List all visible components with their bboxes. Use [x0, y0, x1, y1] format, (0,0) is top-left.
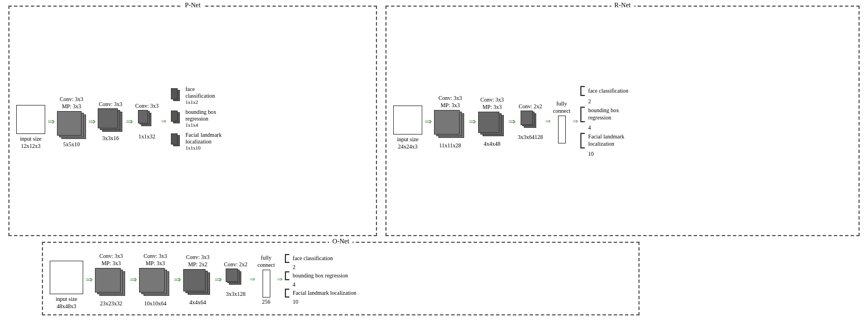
onet-arrow5: ⇒ [250, 275, 255, 284]
onet-out2-bracket [285, 271, 289, 280]
onet-fc-label: 256 [262, 299, 270, 305]
onet-conv1-stack [95, 268, 127, 299]
pnet-output-section: face classification 1x1x2 bounding box r… [171, 86, 222, 151]
onet-conv2-l1 [139, 268, 165, 293]
pnet-conv2-layer1 [98, 108, 118, 128]
rnet-conv1-info: Conv: 3x3 MP: 3x3 [438, 94, 462, 109]
onet-conv3-info: Conv: 3x3 MP: 2x2 [186, 253, 209, 268]
onet-conv3-stack [183, 269, 212, 298]
rnet-box: R-Net input size 24x24x3 ⇒ Conv: 3x3 MP:… [385, 6, 860, 236]
pnet-out2-stack [171, 111, 183, 126]
onet-box: O-Net input size 48x48x3 ⇒ Conv: 3x3 MP:… [42, 242, 640, 315]
rnet-fc-col: fully connect [553, 100, 570, 143]
rnet-input-label: input size 24x24x3 [397, 136, 419, 150]
rnet-arrow3: ⇒ [508, 116, 516, 127]
rnet-diagram: input size 24x24x3 ⇒ Conv: 3x3 MP: 3x3 1… [393, 86, 628, 157]
rnet-conv3-stack [521, 111, 541, 133]
pnet-conv3-stack [138, 110, 156, 132]
pnet-arrow3: ⇒ [126, 116, 133, 127]
pnet-conv2-stack [98, 108, 123, 134]
onet-out1-bracket [285, 254, 289, 263]
pnet-arrow2: ⇒ [88, 116, 96, 127]
rnet-arrow5: ⇒ [573, 117, 578, 126]
pnet-out3-layer1 [171, 133, 178, 145]
rnet-conv1-l1 [434, 110, 460, 135]
onet-conv1-l1 [95, 268, 121, 293]
pnet-conv2-info: Conv: 3x3 [99, 101, 122, 107]
pnet-conv1-label: 5x5x10 [63, 141, 80, 147]
onet-arrow6: ⇒ [277, 275, 283, 284]
onet-conv4-stack [226, 269, 246, 290]
onet-conv1-label: 23x23x32 [100, 300, 122, 306]
rnet-out3-label: Facial landmark localization [588, 133, 624, 147]
onet-arrow2: ⇒ [130, 274, 137, 285]
rnet-conv2-info: Conv: 3x3 MP: 3x3 [480, 96, 504, 111]
onet-conv4-info: Conv: 2x2 [224, 261, 247, 267]
top-row: P-Net input size 12x12x3 ⇒ Conv: 3x3 MP:… [8, 6, 860, 236]
rnet-arrow1: ⇒ [425, 116, 432, 127]
onet-input-box [50, 261, 83, 294]
rnet-arrow4: ⇒ [545, 117, 551, 126]
pnet-out2-label: bounding box regression 1x1x4 [185, 109, 216, 128]
onet-out3-label: Facial landmark localization [293, 290, 356, 296]
onet-arrow4: ⇒ [214, 274, 222, 285]
rnet-label: R-Net [611, 1, 634, 9]
pnet-conv1-layer1 [57, 111, 82, 136]
rnet-out1-label: face classification [588, 88, 628, 94]
pnet-conv3-layer1 [138, 110, 148, 123]
onet-fc-info: fully connect [257, 254, 275, 269]
onet-out2-num: 4 [285, 281, 356, 288]
pnet-diagram: input size 12x12x3 ⇒ Conv: 3x3 MP: 3x3 5… [16, 92, 222, 151]
onet-conv2-label: 10x10x64 [144, 300, 166, 306]
pnet-conv3-col: Conv: 3x3 1x1x32 [135, 103, 159, 140]
rnet-out1-num: 2 [580, 98, 628, 104]
onet-out3-row: Facial landmark localization [285, 289, 356, 298]
rnet-conv2-col: Conv: 3x3 MP: 3x3 4x4x48 [478, 96, 506, 147]
pnet-out1: face classification 1x1x2 [171, 86, 222, 106]
rnet-conv1-label: 11x11x28 [439, 142, 461, 148]
onet-fc-rect [263, 270, 270, 298]
rnet-conv2-label: 4x4x48 [484, 141, 500, 147]
onet-out1-row: face classification [285, 254, 356, 263]
onet-conv2-info: Conv: 3x3 MP: 3x3 [144, 252, 167, 267]
rnet-out2-bracket [580, 107, 585, 122]
pnet-conv1-col: Conv: 3x3 MP: 3x3 5x5x10 [57, 95, 86, 147]
rnet-out1-row: face classification [580, 86, 628, 96]
pnet-conv3-label: 1x1x32 [139, 133, 155, 140]
main-container: P-Net input size 12x12x3 ⇒ Conv: 3x3 MP:… [0, 0, 868, 321]
onet-out3-num: 10 [285, 299, 356, 305]
rnet-fc-rect [558, 116, 566, 143]
pnet-input-label: input size 12x12x3 [20, 135, 42, 150]
onet-output-group: face classification 2 bounding box regre… [285, 254, 356, 305]
rnet-conv1-col: Conv: 3x3 MP: 3x3 11x11x28 [434, 94, 466, 148]
rnet-conv3-col: Conv: 2x2 3x3x64128 [518, 103, 543, 140]
onet-fc-col: fully connect 256 [257, 254, 275, 305]
onet-conv4-col: Conv: 2x2 3x3x128 [224, 261, 247, 297]
pnet-conv1-info: Conv: 3x3 MP: 3x3 [60, 95, 83, 110]
rnet-fc-info: fully connect [553, 100, 570, 114]
pnet-input-box [16, 105, 45, 134]
onet-out1-num: 2 [285, 264, 356, 270]
rnet-arrow2: ⇒ [469, 116, 476, 127]
rnet-input-col: input size 24x24x3 [393, 93, 422, 150]
onet-conv1-col: Conv: 3x3 MP: 3x3 23x23x32 [95, 252, 127, 306]
rnet-conv1-stack [434, 110, 466, 141]
rnet-conv3-info: Conv: 2x2 [519, 103, 542, 109]
pnet-box: P-Net input size 12x12x3 ⇒ Conv: 3x3 MP:… [8, 6, 377, 236]
pnet-out3: Facial landmark localization 1x1x10 [171, 132, 222, 151]
onet-conv2-stack [139, 268, 171, 299]
rnet-out3-row: Facial landmark localization [580, 133, 628, 148]
onet-conv4-label: 3x3x128 [226, 291, 245, 297]
pnet-input-col: input size 12x12x3 [16, 93, 45, 150]
onet-out2-row: bounding box regression [285, 271, 356, 280]
onet-arrow3: ⇒ [174, 274, 181, 285]
pnet-out2: bounding box regression 1x1x4 [171, 109, 222, 128]
onet-conv2-col: Conv: 3x3 MP: 3x3 10x10x64 [139, 252, 171, 306]
pnet-out3-stack [171, 133, 183, 149]
onet-conv3-label: 4x4x64 [189, 299, 206, 305]
onet-out2-label: bounding box regression [293, 272, 348, 279]
onet-label: O-Net [329, 237, 352, 246]
onet-conv1-info: Conv: 3x3 MP: 3x3 [99, 252, 123, 267]
pnet-conv3-info: Conv: 3x3 [135, 103, 159, 109]
pnet-arrow1: ⇒ [47, 116, 55, 127]
